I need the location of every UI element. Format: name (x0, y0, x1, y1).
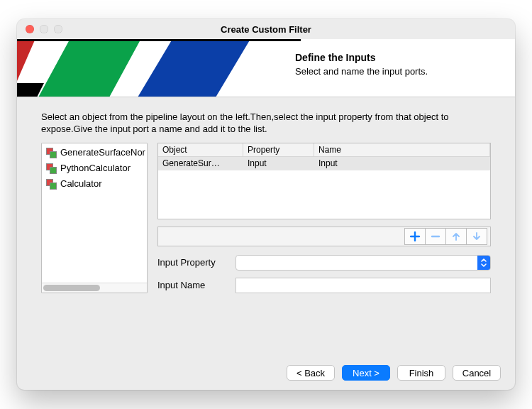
window-title: Create Custom Filter (17, 24, 515, 35)
cancel-button[interactable]: Cancel (453, 365, 501, 381)
scrollbar-thumb[interactable] (43, 285, 100, 291)
wizard-window: Create Custom Filter Define the Inputs S… (17, 19, 515, 390)
filter-icon (46, 148, 56, 158)
next-button[interactable]: Next > (342, 365, 390, 381)
column-header-property[interactable]: Property (243, 143, 314, 156)
back-button[interactable]: < Back (287, 365, 335, 381)
move-up-button[interactable] (445, 228, 467, 245)
plus-icon (410, 231, 420, 241)
cell-object: GenerateSur… (158, 157, 243, 170)
banner-graphic (17, 39, 301, 97)
minus-icon (431, 231, 440, 241)
wizard-footer: < Back Next > Finish Cancel (17, 356, 515, 390)
pipeline-item[interactable]: Calculator (43, 176, 145, 192)
pipeline-item-label: GenerateSurfaceNormals (60, 147, 145, 158)
wizard-banner: Define the Inputs Select and name the in… (17, 39, 515, 97)
cell-name: Input (314, 157, 490, 170)
pipeline-item-label: PythonCalculator (60, 163, 131, 173)
chevron-up-down-icon (477, 256, 490, 270)
remove-button[interactable] (425, 228, 446, 245)
svg-marker-1 (38, 39, 145, 97)
filter-icon (46, 179, 56, 189)
cell-property: Input (243, 157, 314, 170)
table-header: Object Property Name (158, 143, 490, 157)
finish-button[interactable]: Finish (397, 365, 445, 381)
horizontal-scrollbar[interactable] (42, 283, 147, 293)
input-property-value (236, 256, 477, 270)
pipeline-item-label: Calculator (60, 178, 102, 189)
arrow-down-icon (472, 231, 482, 241)
table-row[interactable]: GenerateSur… Input Input (158, 157, 490, 170)
column-header-object[interactable]: Object (158, 143, 243, 156)
pipeline-item[interactable]: PythonCalculator (43, 160, 145, 176)
add-button[interactable] (404, 228, 426, 245)
banner-subheading: Select and name the input ports. (295, 66, 494, 77)
titlebar: Create Custom Filter (17, 19, 515, 39)
arrow-up-icon (451, 231, 461, 241)
pipeline-item[interactable]: GenerateSurfaceNormals (43, 145, 145, 160)
instructions-text: Select an object from the pipeline layou… (41, 111, 491, 136)
input-name-field[interactable] (235, 278, 491, 293)
input-name-label: Input Name (157, 280, 228, 290)
pipeline-list[interactable]: GenerateSurfaceNormals PythonCalculator … (41, 143, 148, 293)
banner-heading: Define the Inputs (295, 52, 494, 63)
inputs-table[interactable]: Object Property Name GenerateSur… Input … (157, 143, 491, 219)
input-property-label: Input Property (157, 257, 228, 268)
list-toolbar (157, 227, 491, 246)
move-down-button[interactable] (466, 228, 487, 245)
filter-icon (46, 163, 56, 173)
column-header-name[interactable]: Name (314, 143, 490, 156)
svg-marker-2 (138, 39, 255, 97)
input-property-select[interactable] (235, 255, 491, 271)
